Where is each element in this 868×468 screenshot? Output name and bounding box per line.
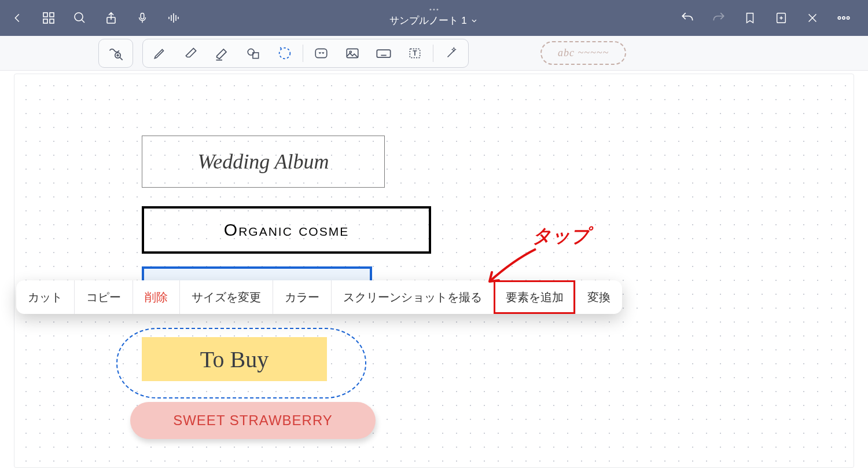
pen-tool-icon[interactable] [145, 42, 174, 65]
svg-point-19 [843, 17, 845, 19]
redo-icon[interactable] [711, 10, 727, 26]
text-box-tobuy[interactable]: To Buy [142, 337, 327, 381]
ctx-copy[interactable]: コピー [74, 280, 133, 314]
image-tool-icon[interactable] [338, 42, 367, 65]
text-box-label: Wedding Album [197, 149, 329, 174]
svg-point-29 [280, 47, 281, 48]
close-icon[interactable] [804, 10, 821, 26]
text-box-label: Organic cosme [224, 220, 349, 240]
text-box-label: To Buy [200, 346, 269, 373]
document-title: サンプルノート 1 [389, 14, 466, 27]
document-title-container[interactable]: サンプルノート 1 [389, 9, 478, 27]
text-box-label: SWEET STRAWBERRY [173, 412, 333, 429]
svg-rect-1 [50, 13, 54, 17]
ctx-color[interactable]: カラー [273, 280, 331, 314]
back-icon[interactable] [9, 10, 25, 26]
grid-icon[interactable] [41, 10, 57, 26]
svg-rect-30 [315, 49, 327, 57]
search-placeholder: abc ~~~~~ [558, 47, 609, 58]
audio-wave-icon[interactable] [165, 10, 182, 26]
svg-line-5 [82, 20, 84, 23]
add-page-icon[interactable] [773, 10, 789, 26]
text-box-strawberry[interactable]: SWEET STRAWBERRY [130, 402, 376, 439]
svg-rect-2 [43, 19, 47, 23]
shape-tool-icon[interactable] [239, 42, 268, 65]
zoom-tool-icon[interactable] [101, 42, 130, 65]
ctx-resize[interactable]: サイズを変更 [179, 280, 273, 314]
svg-point-28 [279, 47, 290, 58]
ctx-screenshot[interactable]: スクリーンショットを撮る [331, 280, 494, 314]
chevron-down-icon[interactable] [470, 17, 479, 25]
lasso-tool-icon[interactable] [270, 42, 299, 65]
bookmark-icon[interactable] [742, 10, 758, 26]
svg-point-18 [838, 17, 840, 19]
svg-point-20 [847, 17, 849, 19]
eraser-tool-icon[interactable] [176, 42, 205, 65]
undo-icon[interactable] [679, 10, 696, 26]
search-pill[interactable]: abc ~~~~~ [540, 41, 626, 65]
drawing-toolbar: T abc ~~~~~ [0, 36, 868, 71]
ctx-cut[interactable]: カット [16, 280, 74, 314]
svg-rect-7 [141, 13, 144, 19]
annotation-arrow-icon [478, 243, 542, 290]
svg-rect-33 [377, 50, 390, 57]
text-box-wedding[interactable]: Wedding Album [142, 136, 385, 188]
text-box-organic[interactable]: Organic cosme [142, 206, 431, 254]
search-icon[interactable] [72, 10, 88, 26]
ctx-convert[interactable]: 変換 [575, 280, 622, 314]
magic-tool-icon[interactable] [437, 42, 466, 65]
text-tool-icon[interactable]: T [400, 42, 429, 65]
more-icon[interactable] [836, 10, 852, 26]
highlighter-tool-icon[interactable] [208, 42, 237, 65]
svg-rect-3 [50, 19, 54, 23]
svg-text:T: T [413, 49, 417, 57]
svg-rect-0 [43, 13, 47, 17]
drag-handle-icon[interactable] [389, 9, 478, 10]
svg-line-22 [120, 57, 123, 60]
keyboard-tool-icon[interactable] [369, 42, 398, 65]
svg-point-4 [75, 13, 83, 21]
share-icon[interactable] [103, 10, 119, 26]
ctx-delete[interactable]: 削除 [133, 280, 179, 314]
note-canvas[interactable]: Wedding Album Organic cosme To Buy SWEET… [14, 74, 854, 468]
top-nav-bar: サンプルノート 1 [0, 0, 868, 36]
mic-icon[interactable] [134, 10, 150, 26]
sticker-tool-icon[interactable] [307, 42, 336, 65]
